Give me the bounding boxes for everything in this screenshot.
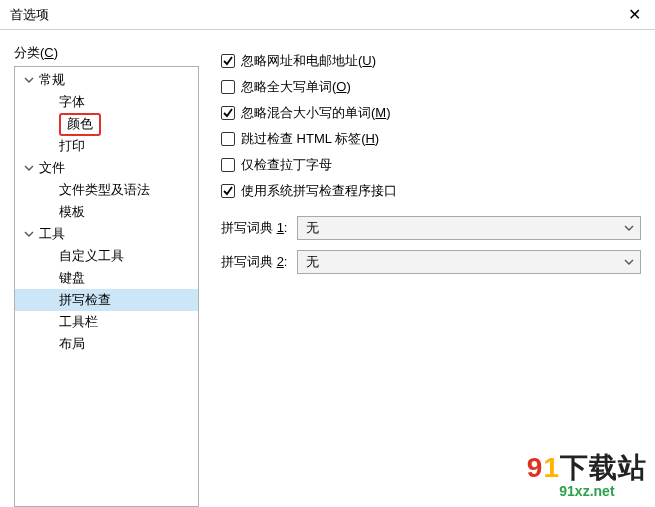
left-column: 分类(C) 常规 字体 颜色 打印 文件 <box>14 44 199 507</box>
option-label: 忽略混合大小写的单词(M) <box>241 104 391 122</box>
checkbox[interactable] <box>221 158 235 172</box>
tree-item-filetypes[interactable]: 文件类型及语法 <box>15 179 198 201</box>
option-skip-html[interactable]: 跳过检查 HTML 标签(H) <box>221 126 641 152</box>
dropdown-value: 无 <box>306 219 319 237</box>
option-ignore-upper[interactable]: 忽略全大写单词(O) <box>221 74 641 100</box>
checkbox[interactable] <box>221 54 235 68</box>
checkbox[interactable] <box>221 106 235 120</box>
dropdown-value: 无 <box>306 253 319 271</box>
option-use-system[interactable]: 使用系统拼写检查程序接口 <box>221 178 641 204</box>
checkbox[interactable] <box>221 184 235 198</box>
tree-item-toolbar[interactable]: 工具栏 <box>15 311 198 333</box>
chevron-down-icon <box>624 223 634 233</box>
option-label: 忽略网址和电邮地址(U) <box>241 52 376 70</box>
chevron-down-icon[interactable] <box>23 229 35 239</box>
dictionary-row-1: 拼写词典 1: 无 <box>221 216 641 240</box>
title-bar: 首选项 ✕ <box>0 0 655 30</box>
tree-item-tools[interactable]: 工具 <box>15 223 198 245</box>
window-title: 首选项 <box>10 6 49 24</box>
tree-item-general[interactable]: 常规 <box>15 69 198 91</box>
tree-item-file[interactable]: 文件 <box>15 157 198 179</box>
tree-item-layout[interactable]: 布局 <box>15 333 198 355</box>
option-label: 跳过检查 HTML 标签(H) <box>241 130 379 148</box>
tree-item-print[interactable]: 打印 <box>15 135 198 157</box>
option-latin-only[interactable]: 仅检查拉丁字母 <box>221 152 641 178</box>
option-label: 忽略全大写单词(O) <box>241 78 351 96</box>
dictionary-1-dropdown[interactable]: 无 <box>297 216 641 240</box>
chevron-down-icon[interactable] <box>23 75 35 85</box>
dictionary-row-2: 拼写词典 2: 无 <box>221 250 641 274</box>
chevron-down-icon <box>624 257 634 267</box>
tree-item-spellcheck[interactable]: 拼写检查 <box>15 289 198 311</box>
option-ignore-mixed[interactable]: 忽略混合大小写的单词(M) <box>221 100 641 126</box>
dictionary-label: 拼写词典 2: <box>221 253 287 271</box>
option-label: 使用系统拼写检查程序接口 <box>241 182 397 200</box>
dialog-body: 分类(C) 常规 字体 颜色 打印 文件 <box>0 30 655 507</box>
checkbox[interactable] <box>221 80 235 94</box>
option-label: 仅检查拉丁字母 <box>241 156 332 174</box>
tree-item-keyboard[interactable]: 键盘 <box>15 267 198 289</box>
dictionary-label: 拼写词典 1: <box>221 219 287 237</box>
tree-item-font[interactable]: 字体 <box>15 91 198 113</box>
tree-item-color[interactable]: 颜色 <box>15 113 198 135</box>
checkbox[interactable] <box>221 132 235 146</box>
dictionary-2-dropdown[interactable]: 无 <box>297 250 641 274</box>
close-icon[interactable]: ✕ <box>624 5 645 24</box>
option-ignore-url[interactable]: 忽略网址和电邮地址(U) <box>221 48 641 74</box>
options-panel: 忽略网址和电邮地址(U) 忽略全大写单词(O) 忽略混合大小写的单词(M) <box>199 44 641 507</box>
category-label: 分类(C) <box>14 44 199 62</box>
category-tree[interactable]: 常规 字体 颜色 打印 文件 文件类型及语法 模板 <box>14 66 199 507</box>
highlight-annotation: 颜色 <box>59 113 101 136</box>
chevron-down-icon[interactable] <box>23 163 35 173</box>
tree-item-template[interactable]: 模板 <box>15 201 198 223</box>
tree-item-customtools[interactable]: 自定义工具 <box>15 245 198 267</box>
